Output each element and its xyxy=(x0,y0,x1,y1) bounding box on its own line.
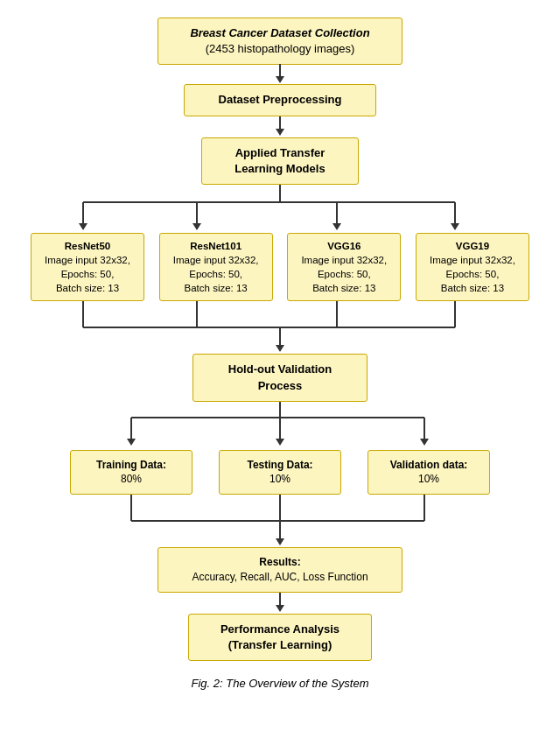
resnet101-name: ResNet101 xyxy=(190,241,242,251)
resnet50-box: ResNet50 Image input 32x32,Epochs: 50,Ba… xyxy=(31,233,144,301)
branch-arrows xyxy=(26,185,534,233)
svg-marker-36 xyxy=(276,605,284,612)
results-box: Results: Accuracy, Recall, AUC, Loss Fun… xyxy=(158,547,402,593)
vgg19-box: VGG19 Image input 32x32,Epochs: 50,Batch… xyxy=(416,233,529,301)
results-arrows xyxy=(61,495,499,547)
training-col: Training Data: 80% xyxy=(70,450,192,495)
svg-marker-20 xyxy=(276,345,284,352)
vgg16-box: VGG16 Image input 32x32,Epochs: 50,Batch… xyxy=(287,233,401,301)
svg-marker-3 xyxy=(276,129,284,136)
svg-marker-28 xyxy=(420,439,429,446)
svg-marker-34 xyxy=(276,538,284,545)
svg-marker-13 xyxy=(451,223,459,230)
resnet50-name: ResNet50 xyxy=(65,241,110,251)
performance-box: Performance Analysis(Transfer Learning) xyxy=(188,614,372,661)
testing-box: Testing Data: 10% xyxy=(219,450,341,495)
training-box: Training Data: 80% xyxy=(70,450,192,495)
model-col-resnet50: ResNet50 Image input 32x32,Epochs: 50,Ba… xyxy=(31,233,144,301)
svg-marker-11 xyxy=(332,223,341,230)
svg-marker-9 xyxy=(192,223,201,230)
model-col-vgg16: VGG16 Image input 32x32,Epochs: 50,Batch… xyxy=(287,233,401,301)
split-arrows xyxy=(61,402,499,450)
vgg19-details: Image input 32x32,Epochs: 50,Batch size:… xyxy=(430,255,515,293)
validation-value: 10% xyxy=(418,473,439,485)
resnet101-details: Image input 32x32,Epochs: 50,Batch size:… xyxy=(173,255,259,293)
performance-label: Performance Analysis(Transfer Learning) xyxy=(220,622,340,651)
holdout-box: Hold-out ValidationProcess xyxy=(192,354,368,401)
training-value: 80% xyxy=(121,473,142,485)
dataset-box: Breast Cancer Dataset Collection (2453 h… xyxy=(158,18,402,65)
model-col-resnet101: ResNet101 Image input 32x32,Epochs: 50,B… xyxy=(159,233,273,301)
models-row: ResNet50 Image input 32x32,Epochs: 50,Ba… xyxy=(26,233,534,301)
vgg16-name: VGG16 xyxy=(327,241,360,251)
validation-col: Validation data: 10% xyxy=(368,450,490,495)
arrow-2 xyxy=(275,116,285,137)
testing-col: Testing Data: 10% xyxy=(219,450,341,495)
arrow-final xyxy=(275,593,285,614)
svg-marker-24 xyxy=(127,439,136,446)
preprocessing-box: Dataset Preprocessing xyxy=(184,84,376,116)
caption: Fig. 2: The Overview of the System xyxy=(191,677,368,690)
dataset-subtitle: (2453 histopathology images) xyxy=(206,42,355,55)
results-label: Results: xyxy=(259,556,300,568)
svg-marker-7 xyxy=(79,223,88,230)
results-details: Accuracy, Recall, AUC, Loss Function xyxy=(192,571,368,583)
splits-row: Training Data: 80% Testing Data: 10% Val… xyxy=(61,450,499,495)
resnet50-details: Image input 32x32,Epochs: 50,Batch size:… xyxy=(45,255,130,293)
preprocessing-label: Dataset Preprocessing xyxy=(219,93,342,106)
transfer-label: Applied TransferLearning Models xyxy=(234,146,325,175)
transfer-box: Applied TransferLearning Models xyxy=(201,137,359,185)
vgg19-name: VGG19 xyxy=(456,241,489,251)
vgg16-details: Image input 32x32,Epochs: 50,Batch size:… xyxy=(301,255,387,293)
validation-label: Validation data: xyxy=(390,459,468,471)
arrow-1 xyxy=(275,64,285,85)
validation-box: Validation data: 10% xyxy=(368,450,490,495)
model-col-vgg19: VGG19 Image input 32x32,Epochs: 50,Batch… xyxy=(416,233,529,301)
testing-label: Testing Data: xyxy=(247,459,312,471)
converge-arrows xyxy=(26,301,534,354)
resnet101-box: ResNet101 Image input 32x32,Epochs: 50,B… xyxy=(159,233,273,301)
training-label: Training Data: xyxy=(96,459,166,471)
svg-marker-1 xyxy=(276,76,284,83)
flowchart: Breast Cancer Dataset Collection (2453 h… xyxy=(9,18,551,690)
svg-marker-26 xyxy=(276,439,284,446)
testing-value: 10% xyxy=(270,473,290,485)
dataset-title: Breast Cancer Dataset Collection xyxy=(190,26,369,39)
holdout-label: Hold-out ValidationProcess xyxy=(228,362,332,391)
